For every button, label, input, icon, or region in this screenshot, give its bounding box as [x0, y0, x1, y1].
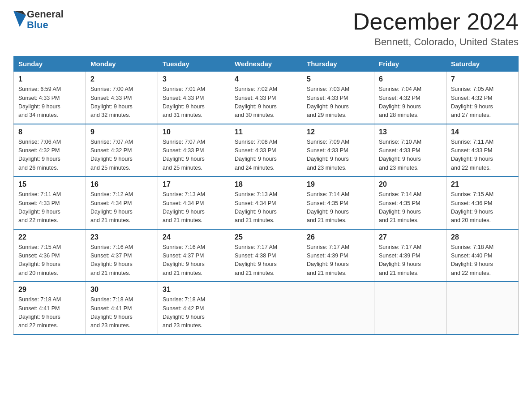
- calendar-week-row: 22 Sunrise: 7:15 AMSunset: 4:36 PMDaylig…: [14, 229, 519, 282]
- day-number: 30: [90, 286, 153, 294]
- day-number: 22: [18, 233, 81, 241]
- day-number: 21: [451, 180, 514, 188]
- calendar-header: Sunday Monday Tuesday Wednesday Thursday…: [14, 56, 519, 72]
- calendar-day-cell: 29 Sunrise: 7:18 AMSunset: 4:41 PMDaylig…: [14, 282, 86, 334]
- page-header: General Blue December 2024 Bennett, Colo…: [13, 9, 519, 48]
- col-saturday: Saturday: [446, 56, 519, 72]
- day-number: 4: [235, 75, 297, 83]
- day-number: 14: [451, 128, 514, 136]
- calendar-day-cell: 1 Sunrise: 6:59 AMSunset: 4:33 PMDayligh…: [14, 72, 86, 124]
- calendar-day-cell: 24 Sunrise: 7:16 AMSunset: 4:37 PMDaylig…: [158, 229, 230, 282]
- calendar-day-cell: 5 Sunrise: 7:03 AMSunset: 4:33 PMDayligh…: [302, 72, 374, 124]
- day-number: 12: [307, 128, 369, 136]
- calendar-body: 1 Sunrise: 6:59 AMSunset: 4:33 PMDayligh…: [14, 72, 519, 334]
- calendar-day-cell: 31 Sunrise: 7:18 AMSunset: 4:42 PMDaylig…: [158, 282, 230, 334]
- day-number: 6: [379, 75, 442, 83]
- calendar-week-row: 1 Sunrise: 6:59 AMSunset: 4:33 PMDayligh…: [14, 72, 519, 124]
- calendar-day-cell: 16 Sunrise: 7:12 AMSunset: 4:34 PMDaylig…: [86, 176, 158, 229]
- day-number: 28: [451, 233, 514, 241]
- day-number: 9: [90, 128, 153, 136]
- day-number: 15: [18, 180, 81, 188]
- day-info: Sunrise: 7:18 AMSunset: 4:41 PMDaylight:…: [18, 296, 61, 329]
- day-info: Sunrise: 7:14 AMSunset: 4:35 PMDaylight:…: [379, 191, 421, 223]
- day-number: 10: [163, 128, 225, 136]
- day-number: 17: [163, 180, 225, 188]
- calendar-day-cell: 27 Sunrise: 7:17 AMSunset: 4:39 PMDaylig…: [374, 229, 446, 282]
- day-info: Sunrise: 7:11 AMSunset: 4:33 PMDaylight:…: [451, 139, 493, 171]
- calendar-day-cell: 14 Sunrise: 7:11 AMSunset: 4:33 PMDaylig…: [446, 124, 519, 177]
- day-info: Sunrise: 7:05 AMSunset: 4:32 PMDaylight:…: [451, 86, 493, 118]
- day-info: Sunrise: 7:09 AMSunset: 4:33 PMDaylight:…: [307, 139, 349, 171]
- day-info: Sunrise: 7:16 AMSunset: 4:37 PMDaylight:…: [90, 244, 133, 276]
- day-number: 1: [18, 75, 81, 83]
- month-title: December 2024: [353, 9, 519, 34]
- calendar-day-cell: 6 Sunrise: 7:04 AMSunset: 4:32 PMDayligh…: [374, 72, 446, 124]
- day-info: Sunrise: 7:13 AMSunset: 4:34 PMDaylight:…: [235, 191, 277, 223]
- calendar-day-cell: 19 Sunrise: 7:14 AMSunset: 4:35 PMDaylig…: [302, 176, 374, 229]
- day-number: 26: [307, 233, 369, 241]
- day-number: 11: [235, 128, 297, 136]
- calendar-day-cell: 23 Sunrise: 7:16 AMSunset: 4:37 PMDaylig…: [86, 229, 158, 282]
- calendar-day-cell: [446, 282, 519, 334]
- day-number: 29: [18, 286, 81, 294]
- day-info: Sunrise: 7:16 AMSunset: 4:37 PMDaylight:…: [163, 244, 205, 276]
- calendar-day-cell: 10 Sunrise: 7:07 AMSunset: 4:33 PMDaylig…: [158, 124, 230, 177]
- logo-icon: [13, 11, 26, 27]
- day-info: Sunrise: 7:07 AMSunset: 4:33 PMDaylight:…: [163, 139, 205, 171]
- calendar-day-cell: 2 Sunrise: 7:00 AMSunset: 4:33 PMDayligh…: [86, 72, 158, 124]
- calendar-day-cell: 4 Sunrise: 7:02 AMSunset: 4:33 PMDayligh…: [230, 72, 302, 124]
- day-info: Sunrise: 7:10 AMSunset: 4:33 PMDaylight:…: [379, 139, 421, 171]
- col-monday: Monday: [86, 56, 158, 72]
- logo-general-text: General: [27, 9, 64, 20]
- day-number: 8: [18, 128, 81, 136]
- calendar-day-cell: 22 Sunrise: 7:15 AMSunset: 4:36 PMDaylig…: [14, 229, 86, 282]
- day-number: 3: [163, 75, 225, 83]
- day-number: 2: [90, 75, 153, 83]
- calendar-day-cell: 17 Sunrise: 7:13 AMSunset: 4:34 PMDaylig…: [158, 176, 230, 229]
- day-info: Sunrise: 7:11 AMSunset: 4:33 PMDaylight:…: [18, 191, 61, 223]
- day-info: Sunrise: 7:00 AMSunset: 4:33 PMDaylight:…: [90, 86, 133, 118]
- day-info: Sunrise: 7:15 AMSunset: 4:36 PMDaylight:…: [18, 244, 61, 276]
- day-info: Sunrise: 7:18 AMSunset: 4:42 PMDaylight:…: [163, 296, 205, 329]
- calendar-week-row: 8 Sunrise: 7:06 AMSunset: 4:32 PMDayligh…: [14, 124, 519, 177]
- day-number: 13: [379, 128, 442, 136]
- logo: General Blue: [13, 9, 64, 30]
- calendar-day-cell: 9 Sunrise: 7:07 AMSunset: 4:32 PMDayligh…: [86, 124, 158, 177]
- day-info: Sunrise: 7:18 AMSunset: 4:40 PMDaylight:…: [451, 244, 493, 276]
- col-sunday: Sunday: [14, 56, 86, 72]
- days-of-week-row: Sunday Monday Tuesday Wednesday Thursday…: [14, 56, 519, 72]
- col-tuesday: Tuesday: [158, 56, 230, 72]
- day-info: Sunrise: 7:01 AMSunset: 4:33 PMDaylight:…: [163, 86, 205, 118]
- day-info: Sunrise: 7:03 AMSunset: 4:33 PMDaylight:…: [307, 86, 349, 118]
- calendar-day-cell: 8 Sunrise: 7:06 AMSunset: 4:32 PMDayligh…: [14, 124, 86, 177]
- day-info: Sunrise: 7:07 AMSunset: 4:32 PMDaylight:…: [90, 139, 133, 171]
- day-number: 5: [307, 75, 369, 83]
- day-number: 19: [307, 180, 369, 188]
- day-number: 7: [451, 75, 514, 83]
- day-info: Sunrise: 7:17 AMSunset: 4:39 PMDaylight:…: [307, 244, 349, 276]
- calendar-table: Sunday Monday Tuesday Wednesday Thursday…: [13, 56, 519, 335]
- calendar-day-cell: 7 Sunrise: 7:05 AMSunset: 4:32 PMDayligh…: [446, 72, 519, 124]
- calendar-day-cell: 30 Sunrise: 7:18 AMSunset: 4:41 PMDaylig…: [86, 282, 158, 334]
- day-info: Sunrise: 7:17 AMSunset: 4:39 PMDaylight:…: [379, 244, 421, 276]
- day-info: Sunrise: 7:13 AMSunset: 4:34 PMDaylight:…: [163, 191, 205, 223]
- calendar-day-cell: [374, 282, 446, 334]
- calendar-day-cell: 25 Sunrise: 7:17 AMSunset: 4:38 PMDaylig…: [230, 229, 302, 282]
- day-info: Sunrise: 6:59 AMSunset: 4:33 PMDaylight:…: [18, 86, 61, 118]
- day-number: 20: [379, 180, 442, 188]
- day-info: Sunrise: 7:08 AMSunset: 4:33 PMDaylight:…: [235, 139, 277, 171]
- day-number: 31: [163, 286, 225, 294]
- calendar-day-cell: 15 Sunrise: 7:11 AMSunset: 4:33 PMDaylig…: [14, 176, 86, 229]
- calendar-day-cell: 28 Sunrise: 7:18 AMSunset: 4:40 PMDaylig…: [446, 229, 519, 282]
- day-info: Sunrise: 7:12 AMSunset: 4:34 PMDaylight:…: [90, 191, 133, 223]
- day-number: 16: [90, 180, 153, 188]
- day-number: 27: [379, 233, 442, 241]
- day-info: Sunrise: 7:14 AMSunset: 4:35 PMDaylight:…: [307, 191, 349, 223]
- calendar-day-cell: 21 Sunrise: 7:15 AMSunset: 4:36 PMDaylig…: [446, 176, 519, 229]
- calendar-day-cell: 26 Sunrise: 7:17 AMSunset: 4:39 PMDaylig…: [302, 229, 374, 282]
- calendar-day-cell: 11 Sunrise: 7:08 AMSunset: 4:33 PMDaylig…: [230, 124, 302, 177]
- calendar-day-cell: [302, 282, 374, 334]
- day-number: 25: [235, 233, 297, 241]
- calendar-day-cell: 20 Sunrise: 7:14 AMSunset: 4:35 PMDaylig…: [374, 176, 446, 229]
- day-info: Sunrise: 7:15 AMSunset: 4:36 PMDaylight:…: [451, 191, 493, 223]
